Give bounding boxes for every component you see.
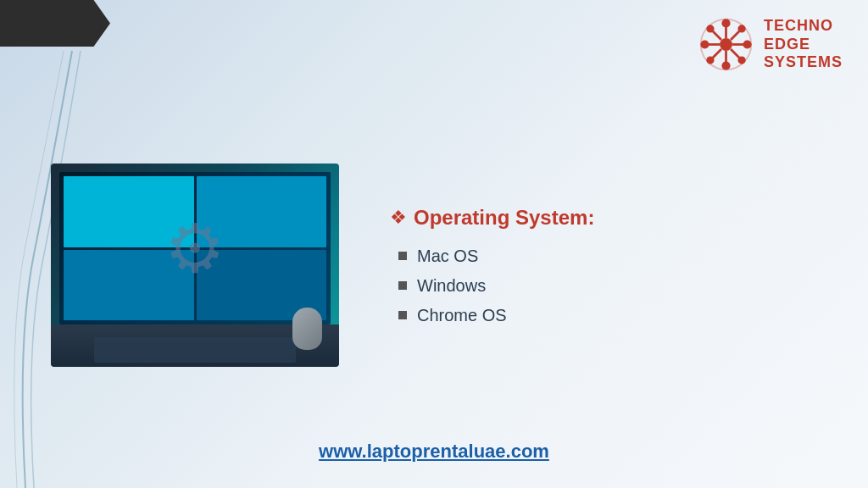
svg-point-1 <box>720 38 732 51</box>
list-item: Windows <box>398 276 834 296</box>
brand-logo-icon <box>698 17 754 72</box>
section-title: ❖ Operating System: <box>390 206 834 230</box>
website-link[interactable]: www.laptoprentaluae.com <box>319 441 549 462</box>
laptop-image: ⚙ <box>51 164 339 367</box>
svg-line-10 <box>712 30 721 40</box>
gear-overlay-icon: ⚙ <box>164 209 225 288</box>
right-panel: ❖ Operating System: Mac OS Windows Chrom… <box>390 206 834 325</box>
os-list: Mac OS Windows Chrome OS <box>398 247 834 325</box>
svg-line-14 <box>712 49 721 58</box>
brand-name-line2: EDGE <box>764 36 843 54</box>
svg-point-7 <box>702 42 708 47</box>
bullet-icon <box>398 311 407 319</box>
bullet-icon <box>398 252 407 260</box>
svg-point-5 <box>723 63 729 69</box>
section-title-text: Operating System: <box>414 206 594 230</box>
svg-point-11 <box>708 26 714 32</box>
os-item-chromeos: Chrome OS <box>417 306 507 325</box>
diamond-icon: ❖ <box>390 207 407 229</box>
brand-name-line1: TECHNO <box>764 17 843 36</box>
os-item-macos: Mac OS <box>417 247 478 266</box>
svg-line-12 <box>731 30 740 40</box>
footer-link-area[interactable]: www.laptoprentaluae.com <box>0 441 868 463</box>
brand-name-line3: SYSTEMS <box>764 53 843 72</box>
list-item: Mac OS <box>398 247 834 266</box>
svg-point-13 <box>739 26 745 32</box>
list-item: Chrome OS <box>398 306 834 325</box>
svg-point-17 <box>739 58 745 64</box>
os-item-windows: Windows <box>417 276 486 296</box>
brand-name: TECHNO EDGE SYSTEMS <box>764 17 843 72</box>
logo-area: TECHNO EDGE SYSTEMS <box>698 17 843 72</box>
svg-line-16 <box>731 49 740 58</box>
main-content: ⚙ ❖ Operating System: Mac OS Windows Chr… <box>51 110 834 420</box>
svg-point-9 <box>744 42 750 47</box>
mouse-image <box>292 308 322 350</box>
svg-point-15 <box>708 58 714 64</box>
bullet-icon <box>398 281 407 290</box>
svg-point-3 <box>723 20 729 26</box>
